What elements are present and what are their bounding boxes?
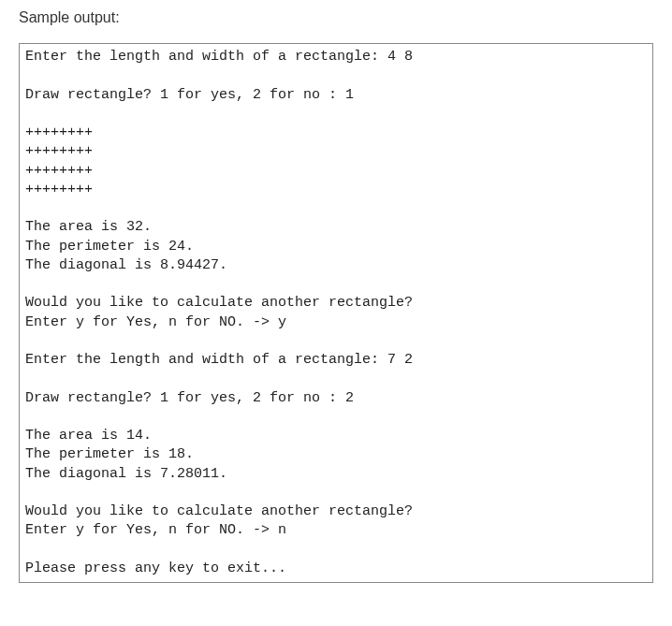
console-output: Enter the length and width of a rectangl…	[19, 43, 653, 583]
document-container: Sample output: Enter the length and widt…	[0, 0, 672, 602]
sample-output-heading: Sample output:	[19, 9, 653, 26]
